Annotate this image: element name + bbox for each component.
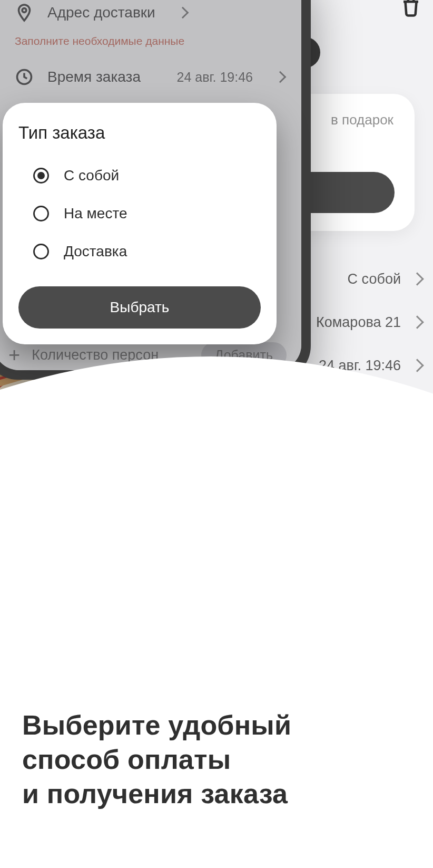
- row-value: С собой: [348, 271, 401, 287]
- radio-icon: [33, 244, 49, 259]
- radio-icon: [33, 206, 49, 221]
- option-label: На месте: [64, 205, 127, 222]
- option-label: Доставка: [64, 243, 127, 260]
- option-dinein[interactable]: На месте: [33, 195, 261, 233]
- chevron-right-icon: [410, 315, 424, 329]
- chevron-right-icon: [410, 359, 424, 372]
- modal-title: Тип заказа: [18, 123, 261, 143]
- promo-caption: Выберите удобный способ оплаты и получен…: [22, 708, 417, 811]
- gift-text: в подарок: [331, 112, 393, 128]
- order-type-modal: Тип заказа С собой На месте Доставка Выб…: [3, 103, 277, 344]
- row-value: Комарова 21: [316, 314, 401, 331]
- caption-text: Выберите удобный способ оплаты и получен…: [22, 708, 417, 811]
- radio-icon: [33, 168, 49, 184]
- option-label: С собой: [64, 167, 119, 184]
- select-button[interactable]: Выбрать: [18, 286, 261, 329]
- chevron-right-icon: [410, 272, 424, 285]
- order-type-options: С собой На месте Доставка: [18, 157, 261, 271]
- option-delivery[interactable]: Доставка: [33, 233, 261, 271]
- trash-icon[interactable]: [400, 0, 422, 18]
- stage-background: 0 ₽ в подарок окод С собой Комарова 21 2…: [0, 0, 433, 868]
- option-takeaway[interactable]: С собой: [33, 157, 261, 195]
